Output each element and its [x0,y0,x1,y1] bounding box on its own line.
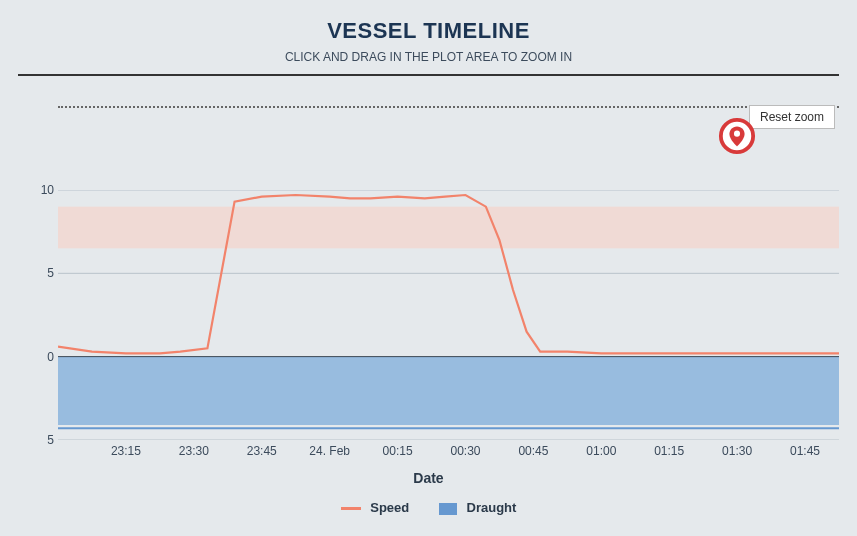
plot-area[interactable] [58,190,839,440]
chart-legend: Speed Draught [0,500,857,515]
y-tick-label: 10 [34,183,54,197]
y-tick-label: 5 [34,433,54,447]
vessel-timeline-panel: VESSEL TIMELINE CLICK AND DRAG IN THE PL… [0,0,857,536]
svg-point-23 [734,131,740,137]
legend-draught-swatch-icon [439,503,457,515]
x-tick-label: 01:45 [790,444,820,458]
x-tick-label: 01:00 [586,444,616,458]
x-tick-label: 00:30 [450,444,480,458]
chart-subtitle: CLICK AND DRAG IN THE PLOT AREA TO ZOOM … [0,50,857,64]
svg-rect-20 [58,357,839,425]
legend-speed-label: Speed [370,500,409,515]
x-axis-label: Date [0,470,857,486]
svg-rect-0 [58,207,839,249]
x-tick-label: 24. Feb [309,444,350,458]
x-tick-label: 01:15 [654,444,684,458]
title-rule [18,74,839,76]
legend-draught-label: Draught [467,500,517,515]
x-axis-ticks: 23:1523:3023:4524. Feb00:1500:3000:4501:… [58,444,839,464]
x-tick-label: 23:15 [111,444,141,458]
y-tick-label: 5 [34,266,54,280]
x-tick-label: 00:15 [383,444,413,458]
reset-zoom-button[interactable]: Reset zoom [749,105,835,129]
dotted-rule [58,106,839,108]
x-tick-label: 00:45 [518,444,548,458]
chart-title: VESSEL TIMELINE [0,0,857,44]
legend-speed-swatch-icon [341,507,361,510]
y-tick-label: 0 [34,350,54,364]
x-tick-label: 23:30 [179,444,209,458]
x-tick-label: 23:45 [247,444,277,458]
x-tick-label: 01:30 [722,444,752,458]
pin-marker-icon[interactable] [718,117,756,155]
